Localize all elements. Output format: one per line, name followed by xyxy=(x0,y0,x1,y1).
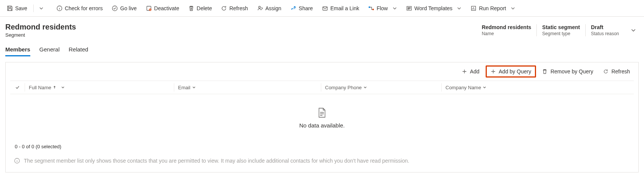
column-label: Full Name xyxy=(29,85,51,90)
deactivate-button[interactable]: Deactivate xyxy=(142,2,183,14)
grid-refresh-label: Refresh xyxy=(611,68,630,75)
document-icon xyxy=(318,108,326,118)
tab-related[interactable]: Related xyxy=(69,44,88,56)
column-email[interactable]: Email xyxy=(174,83,321,92)
grid-refresh-button[interactable]: Refresh xyxy=(599,65,634,78)
save-icon xyxy=(7,5,13,11)
word-templates-label: Word Templates xyxy=(414,5,453,11)
empty-message: No data available. xyxy=(299,122,345,129)
chevron-down-icon xyxy=(363,85,367,89)
word-templates-button[interactable]: Word Templates xyxy=(402,2,466,14)
meta-name: Redmond residents Name xyxy=(477,24,537,36)
tab-members[interactable]: Members xyxy=(5,44,30,56)
refresh-label: Refresh xyxy=(229,5,248,11)
email-link-label: Email a Link xyxy=(330,5,359,11)
page-title: Redmond residents xyxy=(5,23,76,31)
add-label: Add xyxy=(470,68,480,75)
run-report-label: Run Report xyxy=(479,5,506,11)
meta-label: Segment type xyxy=(542,31,580,36)
email-link-button[interactable]: Email a Link xyxy=(318,2,363,14)
tabs: Members General Related xyxy=(0,41,644,57)
meta-value: Static segment xyxy=(542,24,580,30)
header-expand[interactable] xyxy=(628,24,639,36)
run-report-button[interactable]: Run Report xyxy=(467,2,519,14)
command-bar: Save Check for errors Go live Deactivate… xyxy=(0,0,644,17)
separator xyxy=(33,5,34,12)
assign-button[interactable]: Assign xyxy=(253,2,285,14)
chevron-down-icon xyxy=(192,85,196,89)
trash-icon xyxy=(542,69,547,74)
share-label: Share xyxy=(299,5,313,11)
column-label: Email xyxy=(178,85,191,90)
delete-label: Delete xyxy=(197,5,212,11)
column-company-name[interactable]: Company Name xyxy=(441,83,619,92)
title-block: Redmond residents Segment xyxy=(5,23,76,38)
info-icon xyxy=(14,158,20,164)
chevron-down-icon xyxy=(457,6,461,11)
plus-icon xyxy=(491,69,496,74)
deactivate-label: Deactivate xyxy=(154,5,179,11)
chevron-down-icon xyxy=(61,85,65,89)
add-button[interactable]: Add xyxy=(458,65,483,78)
flow-label: Flow xyxy=(377,5,388,11)
share-icon xyxy=(291,5,297,11)
save-dropdown[interactable] xyxy=(36,2,47,14)
record-header: Redmond residents Segment Redmond reside… xyxy=(0,17,644,41)
chevron-down-icon xyxy=(483,85,486,89)
word-icon xyxy=(406,5,412,11)
row-count-status: 0 - 0 of 0 (0 selected) xyxy=(6,139,638,154)
meta-label: Status reason xyxy=(591,31,619,36)
column-full-name[interactable]: Full Name xyxy=(25,83,174,92)
meta-status-reason: Draft Status reason xyxy=(585,24,624,36)
refresh-icon xyxy=(603,69,608,74)
add-by-query-label: Add by Query xyxy=(499,68,531,75)
save-label: Save xyxy=(15,5,27,11)
remove-by-query-button[interactable]: Remove by Query xyxy=(538,65,597,78)
meta-segment-type: Static segment Segment type xyxy=(536,24,585,36)
check-errors-label: Check for errors xyxy=(65,5,103,11)
delete-button[interactable]: Delete xyxy=(184,2,216,14)
go-live-label: Go live xyxy=(120,5,137,11)
svg-point-1 xyxy=(113,6,117,11)
save-button[interactable]: Save xyxy=(3,2,31,14)
assign-icon xyxy=(257,5,263,11)
refresh-button[interactable]: Refresh xyxy=(217,2,252,14)
check-circle-icon xyxy=(112,5,118,11)
go-live-button[interactable]: Go live xyxy=(108,2,141,14)
column-company-phone[interactable]: Company Phone xyxy=(321,83,441,92)
column-label: Company Name xyxy=(445,85,481,90)
chevron-down-icon xyxy=(39,6,44,11)
share-button[interactable]: Share xyxy=(287,2,317,14)
select-all-column[interactable] xyxy=(10,83,25,92)
email-icon xyxy=(322,5,328,11)
chevron-down-icon xyxy=(511,6,515,11)
meta-label: Name xyxy=(482,31,531,36)
empty-state: No data available. xyxy=(6,94,638,139)
refresh-icon xyxy=(221,5,227,11)
svg-point-6 xyxy=(369,6,370,8)
sort-asc-icon xyxy=(53,85,56,89)
header-meta: Redmond residents Name Static segment Se… xyxy=(477,24,624,36)
meta-value: Draft xyxy=(591,24,619,30)
flow-icon xyxy=(368,5,374,11)
remove-by-query-label: Remove by Query xyxy=(550,68,593,75)
svg-point-4 xyxy=(258,6,260,8)
plus-icon xyxy=(462,69,467,74)
add-by-query-button[interactable]: Add by Query xyxy=(486,65,536,78)
info-icon xyxy=(56,5,63,11)
deactivate-icon xyxy=(146,5,152,11)
members-panel: Add Add by Query Remove by Query Refresh… xyxy=(5,62,639,172)
column-label: Company Phone xyxy=(325,85,362,90)
check-errors-button[interactable]: Check for errors xyxy=(53,2,106,14)
assign-label: Assign xyxy=(266,5,281,11)
info-message-row: The segment member list only shows those… xyxy=(6,154,638,172)
svg-point-7 xyxy=(372,9,374,10)
chevron-down-icon xyxy=(631,28,636,33)
chevron-down-icon xyxy=(392,6,397,11)
info-message: The segment member list only shows those… xyxy=(24,158,409,164)
check-icon xyxy=(15,85,20,90)
meta-value: Redmond residents xyxy=(482,24,531,30)
grid-header: Full Name Email Company Phone Company Na… xyxy=(10,81,634,94)
flow-button[interactable]: Flow xyxy=(364,2,401,14)
tab-general[interactable]: General xyxy=(39,44,59,56)
